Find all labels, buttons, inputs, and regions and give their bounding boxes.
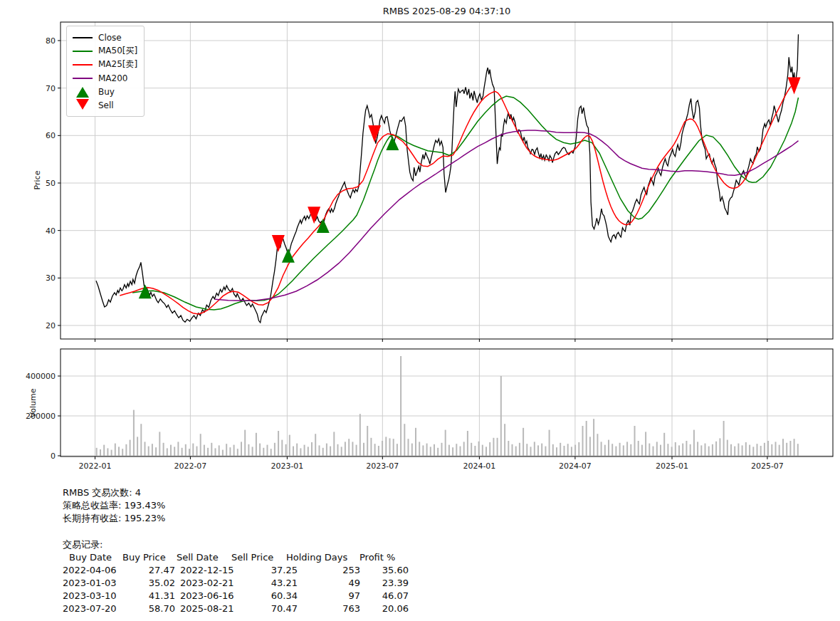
volume-bar <box>96 448 98 456</box>
volume-bar <box>686 441 687 456</box>
price-tick-label: 20 <box>46 321 56 330</box>
axes-frame <box>58 22 833 459</box>
volume-bar <box>319 445 320 456</box>
volume-bar <box>100 449 101 456</box>
volume-bar <box>597 434 598 456</box>
volume-bar <box>705 444 706 456</box>
volume-bar <box>574 445 576 456</box>
table-cell: 2022-12-15 <box>180 565 240 575</box>
volume-bar <box>148 447 149 456</box>
price-tick-label: 60 <box>46 131 56 140</box>
volume-bar <box>111 450 112 456</box>
volume-bar <box>515 447 517 456</box>
x-tick-label: 2022-01 <box>79 461 112 471</box>
panel-spine <box>61 349 833 456</box>
volume-bar <box>196 447 198 456</box>
volume-bar <box>526 444 527 456</box>
table-cell: 2023-03-10 <box>63 590 124 601</box>
volume-bar <box>467 431 468 456</box>
volume-bar <box>152 444 153 456</box>
volume-bar <box>359 414 361 456</box>
volume-tick-label: 400000 <box>26 372 56 381</box>
price-axis-label: Price <box>33 171 42 190</box>
price-tick-label: 50 <box>46 179 56 188</box>
volume-bar <box>601 442 602 456</box>
volume-bar <box>300 448 301 456</box>
volume-bar <box>489 442 490 456</box>
volume-bar <box>137 437 138 456</box>
ma200-line-swatch <box>73 78 93 79</box>
trade-table-header: Buy DateBuy PriceSell DateSell PriceHold… <box>63 552 433 565</box>
table-cell: 2025-08-21 <box>180 603 240 614</box>
volume-bar <box>500 376 502 456</box>
table-cell: 37.25 <box>241 565 298 575</box>
volume-bar <box>330 447 331 456</box>
volume-bar <box>207 448 209 456</box>
volume-bar <box>267 445 268 456</box>
volume-bar <box>630 444 631 456</box>
table-cell: 46.07 <box>355 590 409 601</box>
volume-bar <box>281 440 283 456</box>
volume-bar <box>140 424 142 456</box>
volume-bar <box>611 444 613 456</box>
table-cell: 2023-01-03 <box>63 578 124 588</box>
volume-bar <box>289 435 290 456</box>
volume-bar <box>779 445 780 456</box>
table-cell: 27.47 <box>121 565 175 575</box>
volume-bar <box>645 432 646 456</box>
volume-bar <box>582 426 584 456</box>
volume-bar <box>130 440 131 456</box>
volume-bar <box>767 441 769 456</box>
volume-bar <box>241 442 242 456</box>
volume-bar <box>393 439 394 456</box>
volume-bar <box>125 444 127 456</box>
table-header-cell: Holding Days <box>286 552 347 563</box>
volume-bar <box>185 444 187 456</box>
volume-bar <box>775 442 777 456</box>
volume-bar <box>615 447 616 456</box>
volume-bar <box>727 440 728 456</box>
volume-bar <box>163 443 164 456</box>
price-tick-label: 70 <box>46 84 56 93</box>
table-header-cell: Sell Price <box>231 552 273 563</box>
volume-bar <box>608 440 609 456</box>
table-cell: 2022-04-06 <box>63 565 124 575</box>
volume-bar <box>145 442 146 456</box>
table-cell: 23.39 <box>355 578 409 588</box>
volume-bar <box>564 446 565 456</box>
buy-marker <box>282 249 295 263</box>
volume-bar <box>211 443 212 456</box>
table-cell: 58.70 <box>121 603 175 614</box>
trade-table-row: 2023-01-0335.022023-02-2143.214923.39 <box>63 578 433 590</box>
volume-bar <box>782 439 784 456</box>
volume-bar <box>356 445 357 456</box>
table-cell: 763 <box>303 603 360 614</box>
volume-axis-label: Volume <box>28 389 38 418</box>
volume-bar <box>237 449 238 456</box>
legend-item-buy: Buy <box>71 85 138 98</box>
volume-bar <box>167 448 168 456</box>
volume-bar <box>604 445 606 456</box>
volume-bar <box>322 448 324 456</box>
volume-bar <box>177 442 179 456</box>
legend-item-close: Close <box>71 31 138 44</box>
volume-bar <box>504 424 505 456</box>
legend-label: Buy <box>98 87 115 97</box>
volume-bar <box>638 441 639 456</box>
volume-bar <box>437 448 439 456</box>
volume-bar <box>589 437 591 456</box>
volume-bar <box>660 445 661 456</box>
volume-bar <box>271 449 272 456</box>
volume-bar <box>222 450 224 456</box>
volume-bar <box>103 445 105 456</box>
table-cell: 2023-02-21 <box>180 578 240 588</box>
volume-bar <box>367 426 368 456</box>
legend-item-sell: Sell <box>71 98 138 112</box>
volume-bar <box>712 444 713 456</box>
volume-bar <box>385 437 387 456</box>
volume-bar <box>397 444 398 456</box>
volume-bar <box>623 445 624 456</box>
volume-bar <box>226 444 227 456</box>
volume-bar <box>374 444 376 456</box>
volume-bar <box>641 445 643 456</box>
